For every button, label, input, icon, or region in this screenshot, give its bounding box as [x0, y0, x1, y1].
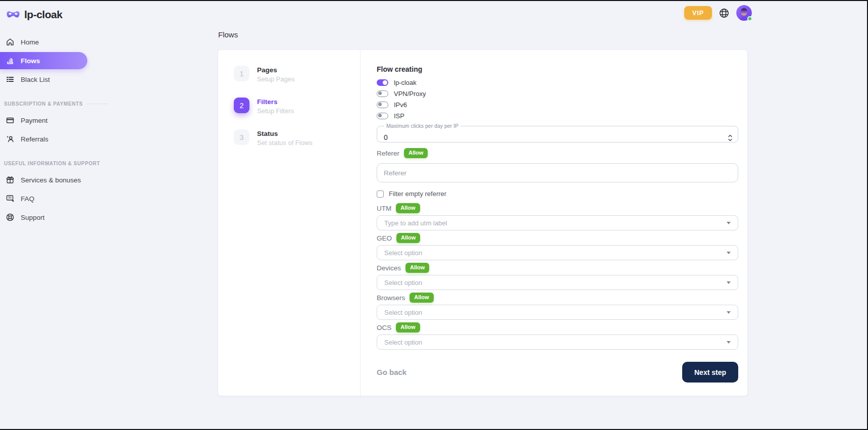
chevron-down-icon	[727, 341, 731, 344]
sidebar-section-useful-information: USEFUL INFORMATION & SUPPORT	[4, 161, 89, 166]
referer-input[interactable]	[377, 163, 738, 182]
black-list-icon	[6, 75, 15, 84]
sidebar-item-label: Black List	[21, 76, 50, 83]
sidebar-item-referrals[interactable]: Referrals	[0, 130, 89, 148]
filter-group-browsers: Browsers Allow Select option	[377, 293, 738, 320]
referer-label-row: Referer Allow	[377, 149, 738, 158]
sidebar-item-label: Referrals	[21, 135, 48, 143]
flow-card: 1 Pages Setup Pages 2 Filters Setup Filt…	[218, 50, 747, 396]
sidebar-item-payment[interactable]: Payment	[0, 112, 89, 129]
step-subtitle: Setup Pages	[257, 75, 294, 83]
step-number: 2	[234, 98, 249, 113]
geo-select[interactable]: Select option	[377, 245, 738, 260]
isp-toggle[interactable]	[377, 113, 388, 119]
sidebar-item-label: FAQ	[21, 195, 34, 203]
ocs-select[interactable]: Select option	[377, 335, 738, 350]
language-globe-icon[interactable]	[719, 8, 730, 19]
lp-cloak-toggle[interactable]	[377, 79, 388, 86]
brand-logo[interactable]: lp-cloak	[0, 7, 89, 22]
devices-allow-badge[interactable]: Allow	[405, 263, 429, 272]
step-number: 1	[234, 66, 249, 81]
sidebar-item-faq[interactable]: ?! FAQ	[0, 190, 89, 207]
page-title: Flows	[218, 30, 747, 39]
utm-select[interactable]: Type to add utm label	[377, 215, 738, 230]
ocs-allow-badge[interactable]: Allow	[396, 322, 420, 332]
flows-icon	[6, 56, 15, 65]
ipv6-toggle[interactable]	[377, 102, 388, 108]
form-actions: Go back Next step	[377, 362, 738, 383]
toggle-row-lp-cloak[interactable]: lp-cloak	[377, 79, 738, 86]
step-filters[interactable]: 2 Filters Setup Filters	[234, 98, 360, 115]
gift-icon	[6, 175, 15, 184]
vpn-proxy-toggle[interactable]	[377, 90, 388, 97]
chevron-down-icon	[727, 252, 731, 254]
sidebar-item-home[interactable]: Home	[0, 33, 89, 51]
step-status[interactable]: 3 Status Set status of Flows	[234, 129, 360, 147]
step-title: Filters	[257, 98, 294, 106]
toggle-row-ipv6[interactable]: IPv6	[377, 101, 738, 108]
filter-group-geo: GEO Allow Select option	[377, 233, 738, 260]
next-step-button[interactable]: Next step	[682, 362, 738, 383]
max-clicks-label: Maximum clicks per day per IP	[384, 123, 461, 129]
browsers-allow-badge[interactable]: Allow	[410, 293, 433, 302]
online-status-dot	[747, 16, 752, 21]
go-back-button[interactable]: Go back	[377, 368, 406, 376]
filter-group-devices: Devices Allow Select option	[377, 263, 738, 290]
payment-icon	[6, 116, 15, 125]
sidebar-item-black-list[interactable]: Black List	[0, 71, 89, 88]
filter-empty-referrer-row[interactable]: Filter empty referrer	[377, 190, 738, 198]
user-avatar[interactable]	[736, 5, 752, 21]
utm-allow-badge[interactable]: Allow	[396, 203, 420, 213]
sidebar: lp-cloak Home Flows	[0, 1, 89, 429]
flow-creating-form: Flow creating lp-cloak VPN/Proxy IPv6 IS…	[361, 50, 747, 396]
mask-logo-icon	[6, 10, 20, 20]
filter-group-utm: UTM Allow Type to add utm label	[377, 204, 738, 230]
geo-allow-badge[interactable]: Allow	[396, 233, 420, 243]
svg-text:?!: ?!	[8, 196, 12, 200]
max-clicks-input[interactable]	[384, 133, 687, 141]
topbar-right: VIP	[684, 5, 752, 21]
step-title: Pages	[257, 66, 294, 74]
section-divider	[87, 104, 108, 104]
filter-empty-referrer-checkbox[interactable]	[377, 190, 384, 198]
sidebar-item-flows[interactable]: Flows	[0, 52, 87, 69]
sidebar-item-label: Home	[21, 38, 39, 46]
vip-button[interactable]: VIP	[684, 6, 712, 20]
step-pages[interactable]: 1 Pages Setup Pages	[234, 66, 360, 83]
step-title: Status	[257, 129, 313, 137]
chevron-down-icon	[727, 281, 731, 284]
home-icon	[6, 37, 15, 46]
app-window: lp-cloak Home Flows	[0, 0, 868, 430]
sidebar-item-label: Flows	[21, 57, 40, 65]
step-number: 3	[234, 129, 249, 145]
referrals-icon	[6, 134, 15, 144]
browsers-select[interactable]: Select option	[377, 305, 738, 320]
step-subtitle: Setup Filters	[257, 107, 294, 115]
max-clicks-field: Maximum clicks per day per IP	[377, 123, 738, 142]
sidebar-item-label: Payment	[21, 117, 47, 124]
sidebar-item-label: Services & bonuses	[21, 176, 81, 184]
referer-allow-badge[interactable]: Allow	[404, 148, 428, 158]
support-icon	[6, 213, 15, 222]
steps-panel: 1 Pages Setup Pages 2 Filters Setup Filt…	[218, 50, 361, 396]
step-subtitle: Set status of Flows	[257, 139, 313, 147]
chevron-down-icon	[727, 311, 731, 314]
brand-name: lp-cloak	[24, 9, 62, 21]
faq-icon: ?!	[6, 194, 15, 203]
filter-group-ocs: OCS Allow Select option	[377, 323, 738, 350]
sidebar-item-support[interactable]: Support	[0, 209, 89, 226]
toggle-row-vpn-proxy[interactable]: VPN/Proxy	[377, 90, 738, 97]
sidebar-item-label: Support	[21, 214, 44, 221]
number-stepper-icon[interactable]	[728, 133, 733, 145]
sidebar-nav: Home Flows Black List SUBSCRIPTION & PAY…	[0, 33, 89, 226]
toggle-row-isp[interactable]: ISP	[377, 112, 738, 119]
chevron-down-icon	[727, 222, 731, 224]
main-content: Flows 1 Pages Setup Pages 2 Filters Setu…	[218, 30, 747, 396]
devices-select[interactable]: Select option	[377, 275, 738, 290]
form-title: Flow creating	[377, 65, 738, 73]
sidebar-section-subscription-payments: SUBSCRIPTION & PAYMENTS	[4, 101, 89, 107]
sidebar-item-services-bonuses[interactable]: Services & bonuses	[0, 171, 89, 188]
